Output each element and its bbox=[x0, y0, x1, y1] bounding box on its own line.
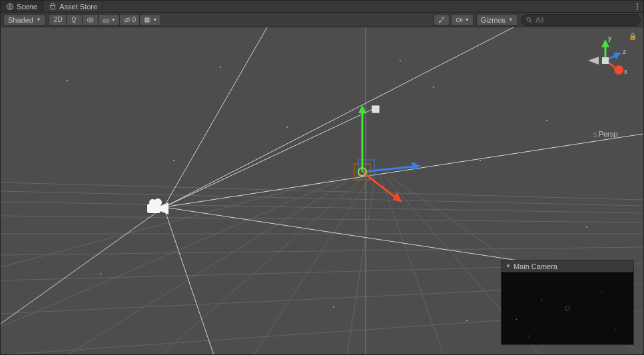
projection-label[interactable]: ≤Persp bbox=[575, 130, 635, 138]
svg-point-5 bbox=[527, 17, 530, 21]
search-input[interactable] bbox=[535, 16, 636, 24]
search-icon bbox=[525, 16, 533, 24]
scene-panel: Scene Asset Store Shaded ▼ 2D bbox=[0, 0, 644, 355]
scene-camera-icon[interactable] bbox=[146, 197, 172, 218]
tab-asset-store-label: Asset Store bbox=[59, 3, 97, 11]
orientation-gizmo[interactable]: 🔒 y z x bbox=[575, 33, 635, 138]
svg-point-36 bbox=[433, 87, 434, 88]
svg-point-40 bbox=[173, 160, 174, 161]
svg-line-30 bbox=[1, 207, 164, 324]
shading-mode-dropdown[interactable]: Shaded ▼ bbox=[3, 14, 46, 26]
axis-x-label: x bbox=[624, 68, 627, 75]
eye-off-icon bbox=[123, 16, 131, 24]
scene-tab-icon bbox=[6, 3, 14, 11]
camera-preview-header[interactable]: ▼ Main Camera bbox=[501, 260, 633, 272]
grid-dropdown-button[interactable]: ▼ bbox=[140, 14, 161, 26]
svg-point-42 bbox=[333, 306, 334, 308]
camera-icon bbox=[456, 16, 464, 24]
shading-mode-label: Shaded bbox=[8, 16, 33, 24]
tab-spacer bbox=[103, 1, 631, 12]
svg-line-18 bbox=[254, 177, 370, 354]
svg-point-1 bbox=[637, 3, 638, 5]
svg-point-34 bbox=[220, 67, 221, 68]
svg-rect-32 bbox=[372, 106, 379, 113]
camera-preview-panel: ▼ Main Camera bbox=[501, 260, 634, 345]
tab-strip: Scene Asset Store bbox=[1, 1, 643, 13]
tab-scene-label: Scene bbox=[17, 3, 37, 11]
camera-preview-title: Main Camera bbox=[513, 262, 557, 270]
2d-toggle-button[interactable]: 2D bbox=[49, 14, 67, 26]
svg-point-38 bbox=[546, 120, 547, 121]
svg-line-19 bbox=[347, 177, 375, 354]
hidden-count-label: 0 bbox=[131, 16, 137, 23]
chevron-down-icon: ▼ bbox=[111, 17, 116, 22]
foldout-triangle-icon: ▼ bbox=[505, 263, 511, 269]
chevron-down-icon: ▼ bbox=[36, 17, 41, 23]
svg-line-17 bbox=[161, 177, 364, 354]
svg-point-44 bbox=[400, 60, 401, 61]
svg-line-29 bbox=[164, 207, 540, 264]
svg-point-37 bbox=[480, 160, 481, 161]
svg-point-41 bbox=[100, 273, 101, 274]
svg-line-51 bbox=[362, 172, 397, 198]
chevron-down-icon: ▼ bbox=[153, 17, 157, 22]
svg-line-25 bbox=[164, 107, 377, 207]
svg-marker-58 bbox=[588, 57, 599, 65]
camera-settings-button[interactable]: ▼ bbox=[452, 14, 474, 26]
camera-preview-center-icon bbox=[565, 306, 570, 311]
search-field[interactable] bbox=[521, 14, 641, 26]
svg-marker-50 bbox=[412, 162, 421, 171]
asset-store-tab-icon bbox=[49, 3, 57, 11]
chevron-down-icon: ▼ bbox=[465, 17, 470, 22]
svg-point-43 bbox=[466, 320, 468, 321]
fx-icon bbox=[102, 16, 110, 24]
svg-line-14 bbox=[1, 182, 643, 200]
svg-line-11 bbox=[1, 216, 643, 222]
svg-point-2 bbox=[637, 6, 638, 7]
axis-y-label: y bbox=[608, 35, 611, 42]
svg-point-64 bbox=[614, 65, 623, 75]
svg-marker-57 bbox=[161, 202, 168, 214]
hidden-objects-button[interactable]: 0 bbox=[120, 14, 141, 26]
gizmos-label: Gizmos bbox=[481, 16, 505, 24]
fx-dropdown-button[interactable]: ▼ bbox=[99, 14, 120, 26]
svg-line-31 bbox=[164, 207, 214, 354]
transform-gizmo bbox=[354, 105, 421, 202]
lighting-toggle-button[interactable] bbox=[67, 14, 83, 26]
svg-point-3 bbox=[637, 8, 638, 9]
audio-icon bbox=[86, 16, 94, 24]
svg-point-35 bbox=[286, 127, 288, 128]
chevron-down-icon: ▼ bbox=[508, 17, 513, 23]
svg-point-39 bbox=[586, 226, 587, 228]
axis-z-label: z bbox=[623, 48, 626, 55]
kebab-icon bbox=[633, 3, 641, 11]
svg-rect-4 bbox=[456, 18, 460, 21]
tab-asset-store[interactable]: Asset Store bbox=[43, 1, 103, 12]
scene-viewport[interactable]: 🔒 y z x bbox=[1, 27, 643, 354]
audio-toggle-button[interactable] bbox=[83, 14, 99, 26]
grid-icon bbox=[143, 16, 151, 24]
2d-toggle-label: 2D bbox=[53, 16, 63, 23]
svg-point-33 bbox=[67, 80, 68, 81]
projection-arrow-icon: ≤ bbox=[593, 130, 597, 138]
lightbulb-icon bbox=[70, 16, 78, 24]
tab-context-menu-button[interactable] bbox=[631, 1, 643, 12]
lock-icon[interactable]: 🔒 bbox=[629, 33, 637, 40]
tools-icon bbox=[438, 16, 446, 24]
tab-scene[interactable]: Scene bbox=[1, 1, 43, 12]
gizmos-dropdown[interactable]: Gizmos ▼ bbox=[476, 14, 518, 26]
camera-preview-render bbox=[501, 272, 633, 344]
svg-line-26 bbox=[164, 27, 267, 207]
tools-button[interactable] bbox=[434, 14, 450, 26]
scene-toolbar: Shaded ▼ 2D ▼ 0 ▼ bbox=[1, 13, 643, 27]
svg-point-56 bbox=[149, 199, 156, 206]
svg-line-23 bbox=[1, 177, 347, 327]
svg-rect-65 bbox=[602, 57, 609, 64]
